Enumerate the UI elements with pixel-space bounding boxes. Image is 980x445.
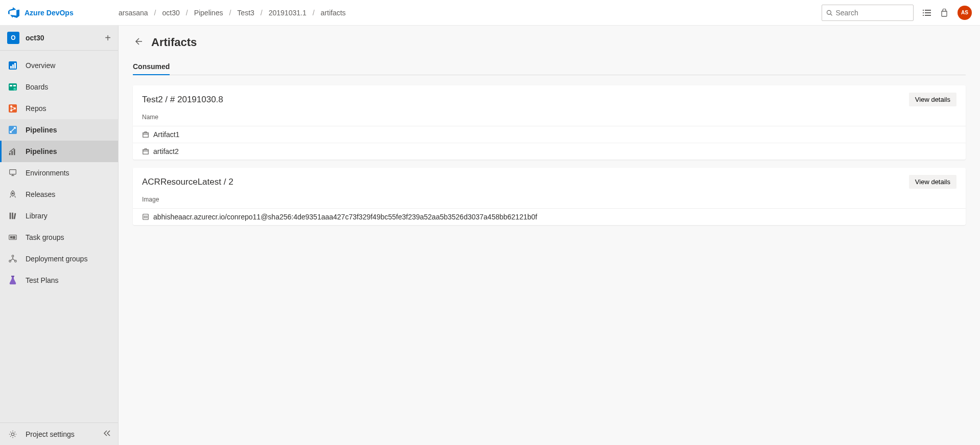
sidebar-item-label: Environments <box>26 169 69 177</box>
global-header: Azure DevOps arsasana/ oct30/ Pipelines/… <box>0 0 980 26</box>
svg-rect-14 <box>13 85 16 86</box>
avatar[interactable]: AS <box>958 6 972 20</box>
logo-area[interactable]: Azure DevOps <box>8 7 119 18</box>
header-right: AS <box>822 5 972 21</box>
column-header: Name <box>133 110 966 126</box>
column-header: Image <box>133 193 966 208</box>
plus-icon[interactable]: + <box>105 32 111 44</box>
sidebar-item-label: Library <box>26 212 48 220</box>
sidebar-item-test-plans[interactable]: Test Plans <box>0 270 118 291</box>
card-title: Test2 / # 20191030.8 <box>142 95 223 105</box>
svg-rect-31 <box>13 236 15 237</box>
deployment-groups-icon <box>7 253 18 264</box>
project-tile: O <box>7 32 19 44</box>
card-title: ACRResourceLatest / 2 <box>142 177 234 187</box>
main-content: Artifacts Consumed Test2 / # 20191030.8 … <box>119 26 980 445</box>
svg-rect-38 <box>143 133 149 138</box>
sidebar-item-label: Boards <box>26 83 48 91</box>
svg-rect-28 <box>14 213 16 219</box>
svg-rect-39 <box>143 150 149 154</box>
sidebar-item-boards[interactable]: Boards <box>0 76 118 98</box>
breadcrumb-item[interactable]: 20191031.1 <box>269 9 307 17</box>
pipelines-sub-icon <box>7 146 18 157</box>
sidebar-item-overview[interactable]: Overview <box>0 55 118 76</box>
artifact-name: Artifact1 <box>153 130 179 139</box>
artifact-group: ACRResourceLatest / 2 View details Image… <box>133 168 966 225</box>
svg-rect-30 <box>11 236 12 238</box>
project-name: oct30 <box>26 34 44 42</box>
svg-rect-4 <box>923 12 924 13</box>
back-arrow-icon[interactable] <box>133 36 143 49</box>
page-title: Artifacts <box>151 36 197 49</box>
card-header: Test2 / # 20191030.8 View details <box>133 85 966 110</box>
search-box[interactable] <box>822 5 914 21</box>
gear-icon <box>7 429 18 440</box>
svg-rect-36 <box>11 276 14 277</box>
card-header: ACRResourceLatest / 2 View details <box>133 168 966 193</box>
image-name: abhisheaacr.azurecr.io/conrepo11@sha256:… <box>153 213 537 221</box>
svg-rect-11 <box>14 63 16 69</box>
sidebar-item-environments[interactable]: Environments <box>0 162 118 184</box>
breadcrumb-item[interactable]: oct30 <box>162 9 179 17</box>
svg-point-33 <box>12 255 14 257</box>
list-icon[interactable] <box>923 9 931 17</box>
svg-rect-10 <box>12 64 14 69</box>
sidebar-item-pipelines[interactable]: Pipelines <box>0 119 118 141</box>
project-row[interactable]: O oct30 + <box>0 26 118 51</box>
sidebar-item-label: Releases <box>26 190 55 198</box>
tabs: Consumed <box>133 58 966 75</box>
svg-rect-9 <box>10 66 12 69</box>
project-settings-label: Project settings <box>26 430 75 438</box>
svg-rect-3 <box>925 10 931 11</box>
svg-point-25 <box>12 193 14 194</box>
sidebar-item-label: Pipelines <box>26 147 57 155</box>
svg-rect-6 <box>923 15 924 16</box>
search-icon <box>826 9 832 16</box>
svg-rect-21 <box>9 153 11 155</box>
svg-point-0 <box>827 10 831 14</box>
artifact-icon <box>142 148 149 155</box>
table-row[interactable]: abhisheaacr.azurecr.io/conrepo11@sha256:… <box>133 208 966 225</box>
sidebar-item-task-groups[interactable]: Task groups <box>0 227 118 248</box>
pipelines-icon <box>7 124 18 136</box>
svg-rect-23 <box>14 149 15 155</box>
view-details-button[interactable]: View details <box>909 93 956 106</box>
repos-icon <box>7 103 18 114</box>
breadcrumb-item[interactable]: Pipelines <box>194 9 223 17</box>
nav: Overview Boards Repos Pipelines Pipeline… <box>0 51 118 422</box>
container-icon <box>142 213 149 220</box>
releases-icon <box>7 189 18 200</box>
tab-consumed[interactable]: Consumed <box>133 58 170 75</box>
svg-rect-27 <box>12 213 13 219</box>
artifact-name: artifact2 <box>153 147 179 155</box>
breadcrumb-item[interactable]: artifacts <box>321 9 346 17</box>
overview-icon <box>7 60 18 71</box>
project-settings[interactable]: Project settings <box>0 422 118 445</box>
svg-rect-24 <box>10 170 16 174</box>
sidebar-item-repos[interactable]: Repos <box>0 98 118 119</box>
sidebar-item-releases[interactable]: Releases <box>0 184 118 205</box>
search-input[interactable] <box>835 9 909 17</box>
svg-rect-5 <box>925 12 931 13</box>
artifact-group: Test2 / # 20191030.8 View details Name A… <box>133 85 966 160</box>
view-details-button[interactable]: View details <box>909 175 956 189</box>
azure-devops-icon <box>8 7 19 18</box>
breadcrumb-item[interactable]: arsasana <box>119 9 148 17</box>
product-name: Azure DevOps <box>25 9 74 17</box>
test-plans-icon <box>7 275 18 286</box>
breadcrumb-item[interactable]: Test3 <box>237 9 254 17</box>
table-row[interactable]: Artifact1 <box>133 126 966 143</box>
sidebar-item-label: Repos <box>26 104 46 113</box>
sidebar-item-library[interactable]: Library <box>0 205 118 227</box>
table-row[interactable]: artifact2 <box>133 143 966 160</box>
sidebar-item-label: Pipelines <box>26 126 57 134</box>
collapse-icon[interactable] <box>103 429 111 439</box>
sidebar-item-label: Test Plans <box>26 276 59 284</box>
sidebar-item-pipelines-sub[interactable]: Pipelines <box>0 141 118 162</box>
shopping-bag-icon[interactable] <box>940 9 948 17</box>
svg-rect-26 <box>10 213 11 219</box>
sidebar-item-label: Deployment groups <box>26 255 87 263</box>
svg-point-15 <box>14 88 16 91</box>
page-header: Artifacts <box>133 36 966 49</box>
sidebar-item-deployment-groups[interactable]: Deployment groups <box>0 248 118 270</box>
